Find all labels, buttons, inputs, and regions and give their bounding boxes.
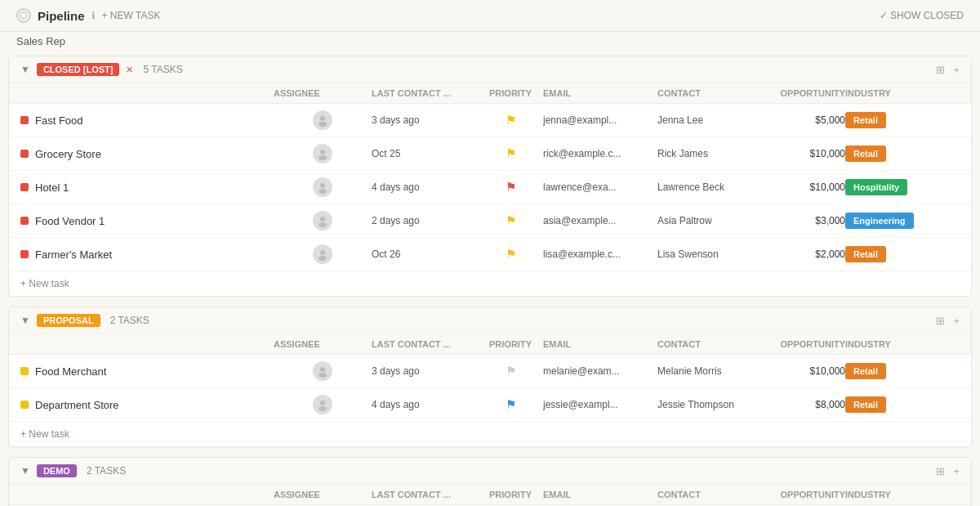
avatar: [313, 110, 332, 130]
grid-icon-proposal[interactable]: ⊞: [936, 315, 945, 327]
priority-flag: ⚑: [506, 213, 516, 228]
svg-point-11: [320, 367, 325, 372]
deal-name-text: Fast Food: [35, 114, 83, 127]
svg-point-2: [318, 122, 327, 127]
page-title: Pipeline: [38, 9, 85, 23]
deal-name-text: Food Merchant: [35, 365, 106, 378]
last-contact-cell: 3 days ago: [372, 365, 478, 377]
col-header-priority: PRIORITY: [478, 490, 543, 499]
table-row[interactable]: Fast Food 3 days ago ⚑ jenna@exampl... J…: [9, 104, 971, 137]
priority-cell: ⚑: [478, 180, 543, 195]
deal-dot: [20, 401, 29, 409]
new-task-button[interactable]: + NEW TASK: [102, 10, 161, 21]
section-header-closed-lost: ▼ CLOSED [LOST] ✕ 5 TASKS ⊞ +: [9, 56, 971, 83]
task-count-demo: 2 TASKS: [87, 465, 126, 477]
industry-badge: Retail: [845, 146, 886, 162]
table-header-closed-lost: ASSIGNEE LAST CONTACT ... PRIORITY EMAIL…: [9, 83, 971, 104]
email-cell: asia@example...: [543, 215, 657, 226]
svg-point-5: [320, 183, 325, 188]
table-row[interactable]: Food Vendor 1 2 days ago ⚑ asia@example.…: [9, 204, 971, 238]
section-proposal: ▼ PROPOSAL 2 TASKS ⊞ + ASSIGNEE LAST CON…: [8, 307, 972, 447]
table-row[interactable]: Farmer's Market Oct 26 ⚑ lisa@example.c.…: [9, 238, 971, 271]
opportunity-cell: $2,000: [755, 249, 845, 260]
section-toggle-demo[interactable]: ▼: [20, 465, 30, 477]
svg-point-7: [320, 217, 325, 222]
col-header-industry: INDUSTRY: [845, 339, 943, 349]
industry-cell: Retail: [845, 146, 943, 162]
deal-name-text: Department Store: [35, 399, 119, 411]
svg-point-14: [318, 406, 327, 411]
svg-point-6: [318, 189, 327, 194]
col-header-industry: INDUSTRY: [845, 88, 943, 98]
table-row[interactable]: Grocery Store Oct 25 ⚑ rick@example.c...…: [9, 137, 971, 171]
assignee-cell: [274, 244, 372, 264]
industry-cell: Retail: [845, 396, 943, 413]
section-actions-demo: ⊞ +: [936, 465, 960, 477]
assignee-cell: [274, 144, 372, 163]
contact-cell: Asia Paltrow: [657, 215, 755, 226]
svg-point-13: [320, 401, 325, 405]
avatar: [313, 361, 332, 381]
info-icon: ℹ: [91, 10, 96, 21]
deal-name-text: Grocery Store: [35, 148, 101, 160]
grid-icon-demo[interactable]: ⊞: [936, 465, 945, 477]
email-cell: lisa@example.c...: [543, 249, 657, 260]
top-bar: Pipeline ℹ + NEW TASK ✓ SHOW CLOSED: [0, 0, 980, 32]
section-toggle-closed-lost[interactable]: ▼: [20, 64, 30, 75]
col-header-opportunity: OPPORTUNITY: [755, 490, 845, 499]
assignee-cell: [274, 110, 372, 130]
grid-icon-closed-lost[interactable]: ⊞: [936, 64, 945, 76]
deal-name: Grocery Store: [20, 148, 274, 160]
industry-badge: Hospitality: [845, 179, 907, 195]
section-toggle-proposal[interactable]: ▼: [20, 315, 30, 326]
industry-cell: Hospitality: [845, 179, 943, 195]
email-cell: jessie@exampl...: [543, 399, 657, 410]
priority-flag: ⚑: [506, 364, 516, 378]
email-cell: rick@example.c...: [543, 148, 657, 159]
col-header-opportunity: OPPORTUNITY: [755, 88, 845, 98]
opportunity-cell: $10,000: [755, 181, 845, 193]
col-header-last-contact: LAST CONTACT ...: [372, 88, 478, 98]
col-header-contact: CONTACT: [657, 490, 755, 499]
industry-badge: Retail: [845, 363, 886, 379]
priority-flag: ⚑: [506, 113, 516, 128]
col-header-name: [20, 490, 274, 499]
table-row[interactable]: Department Store 4 days ago ⚑ jessie@exa…: [9, 388, 971, 422]
last-contact-cell: Oct 25: [372, 148, 478, 159]
email-cell: jenna@exampl...: [543, 114, 657, 126]
deal-name: Hotel 1: [20, 181, 274, 194]
assignee-cell: [274, 395, 372, 414]
contact-cell: Lisa Swenson: [657, 249, 755, 260]
col-header-name: [20, 339, 274, 349]
col-header-email: EMAIL: [543, 88, 657, 98]
show-closed-button[interactable]: ✓ SHOW CLOSED: [880, 10, 964, 21]
table-row[interactable]: Hotel 1 4 days ago ⚑ lawrence@exa... Law…: [9, 171, 971, 204]
section-actions-proposal: ⊞ +: [936, 315, 960, 327]
deal-name: Food Merchant: [20, 365, 274, 378]
deal-dot: [20, 250, 29, 258]
deal-dot: [20, 217, 29, 225]
opportunity-cell: $10,000: [755, 365, 845, 377]
table-header-demo: ASSIGNEE LAST CONTACT ... PRIORITY EMAIL…: [9, 485, 971, 505]
col-header-priority: PRIORITY: [478, 339, 543, 349]
col-header-action: [943, 339, 960, 349]
closed-icon: ✕: [126, 65, 133, 75]
deal-dot: [20, 116, 29, 124]
industry-badge: Retail: [845, 112, 886, 128]
add-icon-demo[interactable]: +: [953, 465, 960, 477]
industry-cell: Retail: [845, 112, 943, 128]
new-task-row-closed-lost[interactable]: + New task: [9, 271, 971, 296]
svg-point-9: [320, 250, 325, 255]
last-contact-cell: 4 days ago: [372, 181, 478, 193]
add-icon-closed-lost[interactable]: +: [953, 64, 960, 76]
col-header-last-contact: LAST CONTACT ...: [372, 490, 478, 499]
priority-cell: ⚑: [478, 247, 543, 262]
col-header-name: [20, 88, 274, 98]
new-task-row-proposal[interactable]: + New task: [9, 422, 971, 446]
add-icon-proposal[interactable]: +: [953, 315, 960, 327]
table-row[interactable]: Food Merchant 3 days ago ⚑ melanie@exam.…: [9, 355, 971, 388]
deal-name: Farmer's Market: [20, 249, 274, 261]
col-header-last-contact: LAST CONTACT ...: [372, 339, 478, 349]
col-header-industry: INDUSTRY: [845, 490, 943, 499]
contact-cell: Lawrence Beck: [657, 181, 755, 193]
